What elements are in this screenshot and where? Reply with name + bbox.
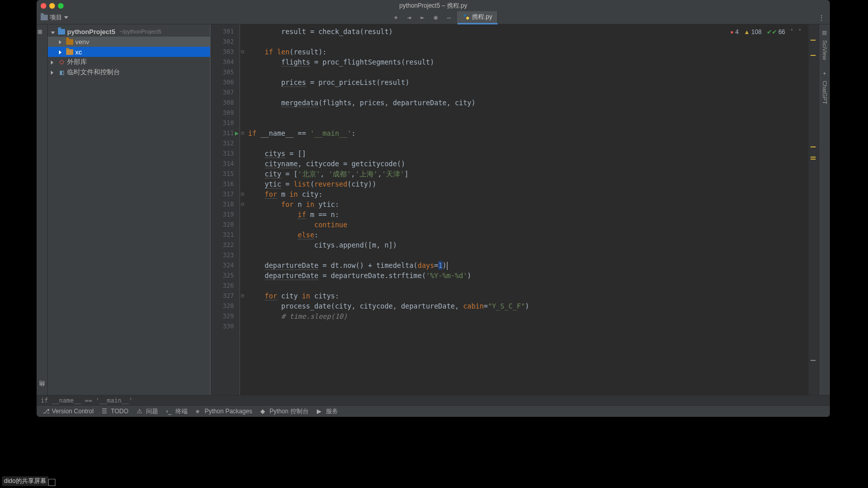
line-number[interactable]: 312 — [211, 138, 234, 148]
bottom-tab-services[interactable]: ▶服务 — [314, 406, 341, 417]
line-number[interactable]: 326 — [211, 281, 234, 291]
bottom-tab-pypkg[interactable]: ⎈Python Packages — [193, 407, 255, 416]
right-tab-sciview[interactable]: SciView — [822, 40, 828, 60]
code-line[interactable]: process_date(city, citycode, departureDa… — [248, 301, 529, 311]
line-number[interactable]: 315 — [211, 169, 234, 179]
code-line[interactable]: flights = proc_flightSegments(result) — [248, 57, 434, 67]
line-number[interactable]: 307 — [211, 87, 234, 98]
line-number[interactable]: 316 — [211, 179, 234, 189]
line-number[interactable]: 308 — [211, 98, 234, 108]
bottom-tool-tabs: ⎇Version Control ☰TODO ⚠问题 ›_终端 ⎈Python … — [37, 405, 830, 417]
chevron-up-icon[interactable]: ˄ — [790, 28, 793, 36]
code-line[interactable]: prices = proc_priceList(result) — [248, 77, 409, 87]
library-icon: ⎔ — [58, 58, 65, 66]
code-line[interactable]: else: — [248, 230, 318, 240]
tab-active[interactable]: 携程.py — [458, 11, 498, 24]
fold-icon[interactable]: ⊟ — [241, 189, 244, 199]
minimize-icon[interactable] — [49, 3, 55, 9]
bottom-tab-vcs[interactable]: ⎇Version Control — [40, 407, 97, 416]
tree-item-external[interactable]: ⎔ 外部库 — [48, 57, 210, 67]
line-number[interactable]: 330 — [211, 321, 234, 331]
project-selector[interactable]: 项目 — [37, 13, 72, 22]
code-line[interactable]: cityname, citycode = getcitycode() — [248, 159, 405, 169]
db-icon[interactable]: ▤ — [823, 28, 827, 36]
code-line[interactable]: departureDate = departureDate.strftime('… — [248, 270, 471, 281]
services-icon: ▶ — [317, 408, 324, 415]
code-line[interactable]: departureDate = dt.now() + timedelta(day… — [248, 260, 447, 270]
line-number[interactable]: 329 — [211, 311, 234, 321]
line-number[interactable]: 310 — [211, 118, 234, 128]
line-number[interactable]: 303 — [211, 47, 234, 57]
line-number[interactable]: 324 — [211, 260, 234, 270]
bottom-tab-pyconsole[interactable]: ◆Python 控制台 — [257, 406, 312, 417]
locate-icon[interactable]: ⌖ — [392, 14, 400, 22]
fold-icon[interactable]: ⊟ — [241, 128, 244, 138]
code-line[interactable]: if m == n: — [248, 209, 339, 220]
line-number[interactable]: 328 — [211, 301, 234, 311]
zoom-icon[interactable] — [58, 3, 64, 9]
line-number[interactable]: 325 — [211, 270, 234, 281]
code-line[interactable]: continue — [248, 220, 347, 230]
fold-icon[interactable]: ⊟ — [241, 199, 244, 209]
code-line[interactable]: result = check_data(result) — [248, 26, 393, 37]
project-tree[interactable]: pythonProject5 ~/pythonProject5 venv xc … — [48, 24, 211, 395]
editor[interactable]: 301302303⊟304305306307308309310311▶⊟3123… — [211, 24, 819, 395]
project-tool-icon[interactable]: ▦ — [38, 27, 46, 36]
line-number[interactable]: 302 — [211, 37, 234, 47]
line-number[interactable]: 319 — [211, 209, 234, 220]
more-icon[interactable]: ⋮ — [818, 14, 826, 22]
tree-root[interactable]: pythonProject5 ~/pythonProject5 — [48, 26, 210, 37]
expand-icon[interactable]: ⇥ — [405, 14, 413, 22]
line-number[interactable]: 309 — [211, 108, 234, 118]
line-number[interactable]: 318 — [211, 199, 234, 209]
settings-icon[interactable]: ✻ — [432, 14, 440, 22]
chevron-down-icon — [64, 16, 68, 19]
tree-item-venv[interactable]: venv — [48, 37, 210, 47]
line-number[interactable]: 327 — [211, 291, 234, 301]
inspection-widget[interactable]: ●4 ▲108 ✔✔66 ˄ ˅ — [727, 27, 804, 37]
fold-icon[interactable]: ⊟ — [241, 291, 244, 301]
code-line[interactable]: city = ['北京', '成都','上海','天津'] — [248, 169, 408, 179]
line-number[interactable]: 322 — [211, 240, 234, 250]
tree-item-label: 临时文件和控制台 — [67, 68, 120, 77]
breadcrumb[interactable]: if __name__ == '__main__' — [37, 395, 830, 405]
bottom-tab-todo[interactable]: ☰TODO — [99, 407, 131, 416]
line-number[interactable]: 323 — [211, 250, 234, 260]
code-line[interactable]: for n in ytic: — [248, 199, 339, 209]
line-number[interactable]: 314 — [211, 159, 234, 169]
error-stripe[interactable] — [809, 24, 819, 395]
close-icon[interactable] — [41, 3, 46, 9]
line-number[interactable]: 306 — [211, 77, 234, 87]
code-line[interactable]: for m in city: — [248, 189, 322, 199]
line-number[interactable]: 305 — [211, 67, 234, 77]
code-line[interactable]: # time.sleep(10) — [248, 311, 347, 321]
line-number[interactable]: 313 — [211, 148, 234, 159]
collapse-icon[interactable]: ⇤ — [418, 14, 427, 22]
line-number[interactable]: 301 — [211, 26, 234, 37]
code-line[interactable]: if len(result): — [248, 47, 326, 57]
chevron-down-icon[interactable]: ˅ — [798, 28, 801, 36]
code-line[interactable]: citys.append([m, n]) — [248, 240, 397, 250]
line-number[interactable]: 304 — [211, 57, 234, 67]
fold-icon[interactable]: ⊟ — [241, 47, 244, 57]
hide-icon[interactable]: ― — [445, 14, 453, 22]
code-line[interactable]: if __name__ == '__main__': — [248, 128, 355, 138]
chat-icon[interactable]: ✦ — [823, 69, 827, 77]
line-number[interactable]: 320 — [211, 220, 234, 230]
tree-item-scratch[interactable]: ◧ 临时文件和控制台 — [48, 67, 210, 77]
line-number[interactable]: 311 — [211, 128, 234, 138]
tree-item-xc[interactable]: xc — [48, 47, 210, 57]
svg-point-1 — [466, 17, 469, 19]
titlebar[interactable]: pythonProject5 – 携程.py — [37, 0, 830, 11]
chevron-right-icon — [51, 60, 53, 65]
code-line[interactable]: ytic = list(reversed(city)) — [248, 179, 376, 189]
right-tab-chatgpt[interactable]: ChatGPT — [822, 81, 828, 104]
bottom-tab-terminal[interactable]: ›_终端 — [163, 406, 191, 417]
line-number[interactable]: 321 — [211, 230, 234, 240]
bottom-tab-problems[interactable]: ⚠问题 — [134, 406, 161, 417]
run-gutter-icon[interactable]: ▶ — [235, 128, 238, 138]
code-line[interactable]: mergedata(flights, prices, departureDate… — [248, 98, 475, 108]
line-number[interactable]: 317 — [211, 189, 234, 199]
code-line[interactable]: for city in citys: — [248, 291, 339, 301]
code-line[interactable]: citys = [] — [248, 148, 306, 159]
